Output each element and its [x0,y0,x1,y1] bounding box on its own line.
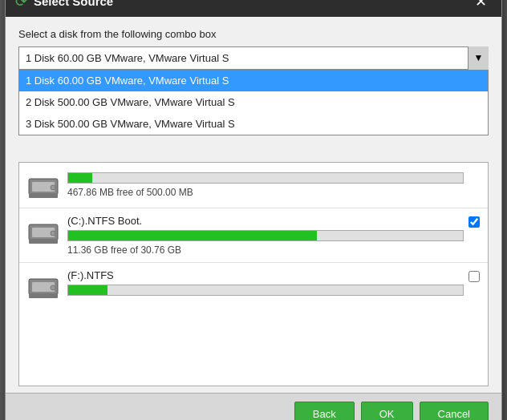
dialog-title: Select Source [34,0,113,8]
progress-bg-0 [67,172,464,184]
svg-point-3 [51,185,55,190]
svg-point-7 [51,231,55,236]
progress-bg-2 [67,285,464,296]
svg-point-11 [51,285,55,290]
partition-info-1: (C:).NTFS Boot. 11.36 GB free of 30.76 G… [67,215,464,256]
dropdown-item-1[interactable]: 2 Disk 500.00 GB VMware, VMware Virtual … [19,91,488,113]
partition-item-0: 467.86 MB free of 500.00 MB [19,163,488,208]
disk-icon-2 [27,273,59,301]
title-bar-left: ⟳ Select Source [15,0,113,10]
progress-fill-2 [68,285,107,295]
partition-checkbox-2[interactable] [468,271,480,282]
progress-fill-0 [68,173,92,183]
partition-name-1: (C:).NTFS Boot. [67,215,464,227]
title-bar: ⟳ Select Source ✕ [6,0,501,17]
partition-item-2: (F:).NTFS [19,263,488,308]
footer: Back OK Cancel [6,393,501,421]
select-container: 1 Disk 60.00 GB VMware, VMware Virtual S… [18,46,489,70]
ok-button[interactable]: OK [361,402,413,421]
partition-list: 467.86 MB free of 500.00 MB (C:).NTFS Bo… [18,162,489,386]
partition-item-1: (C:).NTFS Boot. 11.36 GB free of 30.76 G… [19,208,488,263]
svg-rect-6 [29,239,58,244]
partition-free-0: 467.86 MB free of 500.00 MB [67,187,464,198]
dropdown-item-2[interactable]: 3 Disk 500.00 GB VMware, VMware Virtual … [19,113,488,135]
cancel-button[interactable]: Cancel [420,402,489,421]
progress-bg-1 [67,230,464,241]
disk-icon-1 [27,218,59,247]
instruction-label: Select a disk from the following combo b… [18,28,489,40]
svg-rect-10 [29,293,58,298]
dropdown-item-0[interactable]: 1 Disk 60.00 GB VMware, VMware Virtual S [19,70,488,91]
checkbox-area-1 [464,215,480,228]
partition-name-2: (F:).NTFS [67,269,464,281]
select-source-dialog: ⟳ Select Source ✕ Select a disk from the… [5,0,502,420]
dialog-body: Select a disk from the following combo b… [6,17,501,393]
dialog-title-icon: ⟳ [15,0,27,10]
partition-info-2: (F:).NTFS [67,269,464,299]
partition-free-1: 11.36 GB free of 30.76 GB [67,244,464,256]
disk-select[interactable]: 1 Disk 60.00 GB VMware, VMware Virtual S [18,46,489,70]
select-wrapper: 1 Disk 60.00 GB VMware, VMware Virtual S… [18,46,489,70]
checkbox-area-2 [464,269,480,282]
checkbox-area-0 [464,169,480,171]
back-button[interactable]: Back [294,402,355,421]
close-button[interactable]: ✕ [470,0,492,10]
svg-rect-2 [29,193,58,198]
progress-fill-1 [68,231,317,240]
disk-icon-0 [27,172,59,201]
dropdown-list: 1 Disk 60.00 GB VMware, VMware Virtual S… [18,70,489,135]
partition-info-0: 467.86 MB free of 500.00 MB [67,169,464,198]
partition-checkbox-1[interactable] [468,216,480,228]
